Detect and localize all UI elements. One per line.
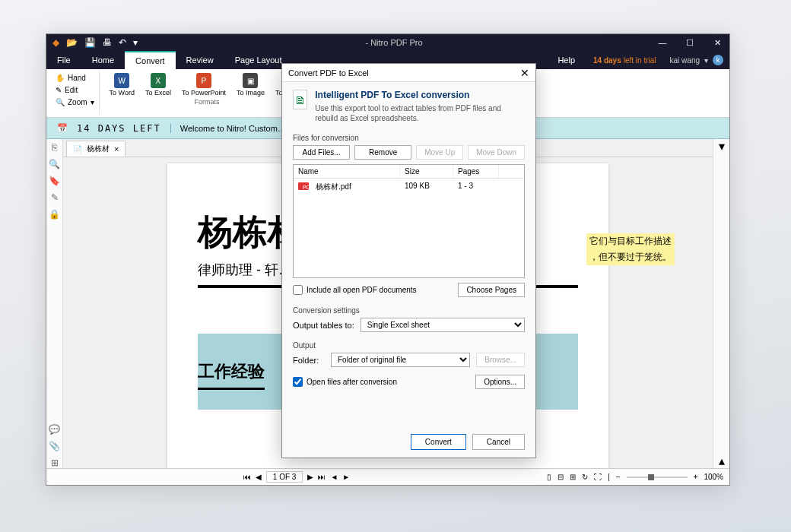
menu-file[interactable]: File [46,51,81,69]
right-toolstrip: ▾ ▴ [713,139,729,468]
menu-convert[interactable]: Convert [125,51,176,69]
calendar-icon: 📅 [57,123,68,133]
scroll-up-icon[interactable]: ▴ [719,454,725,468]
to-image-button[interactable]: ▣To Image [231,71,270,98]
files-list[interactable]: Name Size Pages PDF杨栋材.pdf 109 KB 1 - 3 [293,164,525,278]
edit-tool[interactable]: ✎Edit [56,84,94,96]
open-after-checkbox[interactable]: Open files after conversion [293,377,397,387]
excel-large-icon: 🗎 [293,90,307,109]
view-continuous-icon[interactable]: ⊟ [558,473,564,481]
dialog-close-icon[interactable]: ✕ [520,67,529,79]
dialog-heading: Intelligent PDF To Excel conversion [315,90,525,100]
menu-review[interactable]: Review [176,51,224,69]
bookmarks-panel-icon[interactable]: 🔖 [49,176,60,186]
menu-help[interactable]: Help [547,51,586,69]
output-section-label: Output [293,341,525,350]
add-files-button[interactable]: Add Files... [293,145,350,160]
view-facing-icon[interactable]: ⊞ [570,473,576,481]
print-icon[interactable]: 🖶 [103,37,112,48]
folder-label: Folder: [293,356,325,365]
undo-icon[interactable]: ↶ [119,37,126,48]
ribbon-group-label: Formats [104,98,310,106]
col-size[interactable]: Size [400,165,453,178]
to-powerpoint-button[interactable]: PTo PowerPoint [176,71,231,98]
close-button[interactable]: ✕ [705,34,729,51]
maximize-button[interactable]: ☐ [678,34,702,51]
convert-button[interactable]: Convert [411,434,466,450]
move-down-button[interactable]: Move Down [468,145,525,160]
section-heading: 工作经验 [198,360,265,390]
include-all-checkbox[interactable]: Include all open PDF documents [293,285,417,295]
search-panel-icon[interactable]: 🔍 [49,159,60,169]
pdf-tab-icon: 📄 [73,145,82,154]
statusbar: ⏮ ◀ 1 OF 3 ▶ ⏭ ◄ ► ▯ ⊟ ⊞ ↻ ⛶ | − + 100% [46,468,729,485]
tab-label: 杨栋材 [87,144,110,154]
prev-page-icon[interactable]: ◀ [256,473,262,481]
output-tables-select[interactable]: Single Excel sheet [361,318,525,332]
zoom-slider[interactable] [627,477,688,478]
dialog-title: Convert PDF to Excel [288,68,520,78]
minimize-button[interactable]: — [650,34,675,51]
zoom-icon: 🔍 [56,98,65,106]
open-icon[interactable]: 📂 [66,37,78,48]
zoom-level: 100% [704,473,723,481]
trial-status: 14 daysleft in trial [586,51,664,69]
options-button[interactable]: Options... [475,375,525,389]
col-name[interactable]: Name [294,165,400,178]
document-tab[interactable]: 📄 杨栋材 × [66,141,125,157]
highlight-text-2: ，但不要过于笼统。 [586,249,675,265]
zoom-tool[interactable]: 🔍Zoom▾ [56,96,94,108]
user-menu[interactable]: kai wang▾k [664,51,729,69]
app-logo-icon: ◆ [52,37,59,48]
conversion-settings-label: Conversion settings [293,306,525,315]
zoom-in-icon[interactable]: + [694,473,698,481]
col-pages[interactable]: Pages [453,165,499,178]
move-up-button[interactable]: Move Up [416,145,463,160]
days-left: 14 DAYS LEFT [77,123,161,134]
output-tables-label: Output tables to: [293,321,354,330]
dialog-titlebar: Convert PDF to Excel ✕ [282,64,535,82]
collapse-icon[interactable]: ▾ [719,139,725,154]
security-panel-icon[interactable]: 🔒 [49,209,60,220]
last-page-icon[interactable]: ⏭ [318,473,326,481]
layers-panel-icon[interactable]: ⊞ [51,458,59,468]
edit-icon: ✎ [56,86,62,94]
to-excel-button[interactable]: XTo Excel [140,71,176,98]
cancel-button[interactable]: Cancel [472,434,525,450]
word-icon: W [114,73,129,88]
view-single-icon[interactable]: ▯ [547,473,551,481]
back-icon[interactable]: ◄ [330,473,338,481]
avatar: k [713,55,723,65]
titlebar: ◆ 📂 💾 🖶 ↶ ▾ - Nitro PDF Pro — ☐ ✕ [46,34,729,51]
pages-panel-icon[interactable]: ⎘ [52,142,57,153]
attachments-panel-icon[interactable]: 📎 [49,441,60,451]
menu-home[interactable]: Home [81,51,125,69]
next-page-icon[interactable]: ▶ [307,473,313,481]
browse-button[interactable]: Browse... [476,353,525,367]
save-icon[interactable]: 💾 [84,37,96,48]
folder-select[interactable]: Folder of original file [331,353,470,367]
remove-button[interactable]: Remove [354,145,411,160]
hand-tool[interactable]: ✋Hand [56,71,94,84]
comments-panel-icon[interactable]: 💬 [49,424,60,435]
convert-dialog: Convert PDF to Excel ✕ 🗎 Intelligent PDF… [281,63,536,458]
hand-icon: ✋ [56,74,65,82]
page-indicator[interactable]: 1 OF 3 [266,471,303,483]
powerpoint-icon: P [196,73,211,88]
signatures-panel-icon[interactable]: ✎ [51,192,59,203]
tab-close-icon[interactable]: × [114,144,119,154]
view-rotate-icon[interactable]: ↻ [582,473,588,481]
pdf-icon: PDF [298,182,309,190]
forward-icon[interactable]: ► [342,473,350,481]
to-word-button[interactable]: WTo Word [104,71,140,98]
view-fit-icon[interactable]: ⛶ [594,473,602,481]
excel-icon: X [151,73,166,88]
file-row[interactable]: PDF杨栋材.pdf 109 KB 1 - 3 [294,179,524,195]
files-section-label: Files for conversion [293,134,525,142]
dialog-description: Use this export tool to extract tables f… [315,103,525,123]
image-icon: ▣ [243,73,258,88]
first-page-icon[interactable]: ⏮ [243,473,251,481]
choose-pages-button[interactable]: Choose Pages [458,283,525,297]
left-toolstrip: ⎘ 🔍 🔖 ✎ 🔒 💬 📎 ⊞ [46,139,63,468]
zoom-out-icon[interactable]: − [616,473,621,481]
